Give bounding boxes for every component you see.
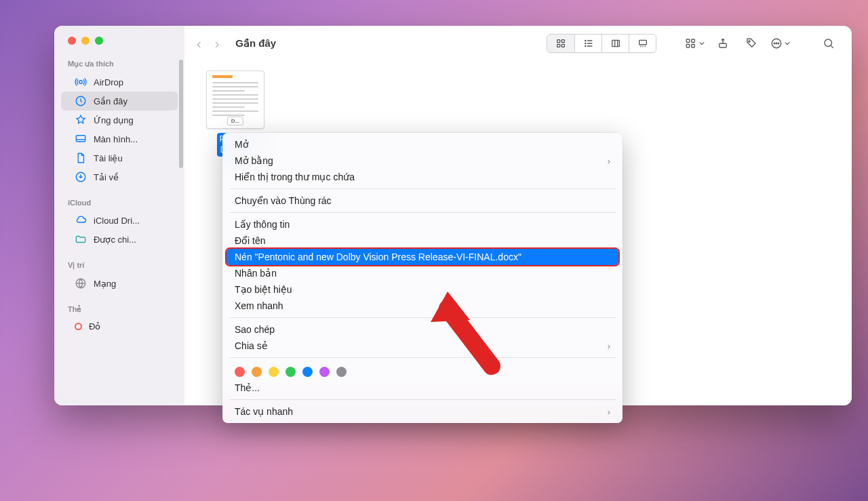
sidebar-item-label: Tài liệu: [94, 153, 123, 163]
svg-rect-2: [76, 136, 85, 142]
sidebar-item-network[interactable]: Mạng: [61, 274, 178, 293]
menu-separator: [229, 317, 616, 318]
svg-rect-16: [691, 39, 694, 43]
tag-color-purple[interactable]: [319, 367, 330, 377]
sidebar-item-label: Ứng dụng: [94, 115, 134, 125]
sidebar: Mục ưa thích AirDrop Gần đây Ứng dụng Mà…: [54, 26, 184, 405]
back-button[interactable]: ‹: [197, 36, 201, 52]
tag-red-icon: [75, 323, 82, 330]
menu-share[interactable]: Chia sẻ›: [222, 338, 623, 354]
download-icon: [75, 171, 87, 183]
tag-color-orange[interactable]: [252, 367, 262, 377]
tag-color-gray[interactable]: [336, 367, 347, 377]
menu-separator: [229, 188, 616, 189]
network-icon: [75, 277, 87, 289]
sidebar-item-label: Gần đây: [94, 96, 127, 106]
list-view-button[interactable]: [574, 35, 601, 52]
menu-get-info[interactable]: Lấy thông tin: [222, 216, 623, 233]
sidebar-item-tag-red[interactable]: Đỏ: [61, 318, 178, 335]
close-window-button[interactable]: [68, 37, 76, 45]
menu-show-in-folder[interactable]: Hiển thị trong thư mục chứa: [222, 169, 623, 185]
chevron-down-icon: [699, 41, 705, 46]
sidebar-item-label: Mạng: [94, 279, 116, 289]
toolbar: ‹ › Gần đây: [184, 26, 852, 61]
sidebar-section-locations-title: Vị trí: [54, 258, 184, 274]
nav-arrows: ‹ ›: [197, 36, 219, 52]
menu-quick-look[interactable]: Xem nhanh: [222, 298, 623, 314]
menu-separator: [229, 212, 616, 213]
sidebar-item-label: AirDrop: [94, 77, 123, 87]
sidebar-section-icloud-title: iCloud: [54, 196, 184, 211]
tags-button[interactable]: [741, 35, 762, 52]
menu-make-alias[interactable]: Tạo biệt hiệu: [222, 281, 623, 298]
shared-folder-icon: [75, 233, 87, 245]
tag-color-red[interactable]: [235, 367, 245, 377]
svg-point-22: [776, 43, 777, 44]
chevron-right-icon: ›: [608, 341, 610, 351]
chevron-right-icon: ›: [608, 156, 610, 166]
minimize-window-button[interactable]: [81, 37, 90, 45]
svg-point-11: [585, 45, 585, 46]
sidebar-scrollbar[interactable]: [179, 60, 183, 168]
svg-rect-17: [691, 45, 694, 48]
sidebar-item-icloud-drive[interactable]: iCloud Dri...: [61, 211, 178, 230]
sidebar-item-airdrop[interactable]: AirDrop: [61, 73, 178, 92]
desktop-icon: [75, 133, 87, 145]
window-controls: [54, 37, 184, 57]
sidebar-section-favorites-title: Mục ưa thích: [54, 57, 184, 73]
menu-open-with[interactable]: Mở bằng›: [222, 153, 623, 169]
menu-copy[interactable]: Sao chép: [222, 321, 623, 338]
sidebar-item-applications[interactable]: Ứng dụng: [61, 111, 178, 129]
svg-point-21: [774, 43, 775, 44]
sidebar-item-recents[interactable]: Gần đây: [61, 92, 178, 111]
menu-move-to-trash[interactable]: Chuyển vào Thùng rác: [222, 193, 623, 209]
svg-point-0: [79, 81, 83, 84]
chevron-down-icon: [785, 41, 790, 46]
file-thumbnail: D...: [206, 71, 264, 129]
svg-rect-15: [686, 45, 690, 48]
sidebar-item-desktop[interactable]: Màn hình...: [61, 129, 178, 148]
share-button[interactable]: [712, 35, 734, 52]
search-button[interactable]: [818, 35, 840, 52]
sidebar-item-label: iCloud Dri...: [94, 216, 140, 226]
menu-separator: [229, 399, 616, 400]
svg-rect-14: [686, 39, 690, 43]
menu-open[interactable]: Mở: [222, 136, 623, 153]
svg-point-24: [825, 39, 832, 47]
sidebar-item-label: Màn hình...: [94, 134, 138, 144]
sidebar-item-documents[interactable]: Tài liệu: [61, 148, 178, 167]
tag-color-yellow[interactable]: [269, 367, 279, 377]
menu-rename[interactable]: Đổi tên: [222, 233, 623, 249]
forward-button[interactable]: ›: [215, 36, 220, 52]
airdrop-icon: [75, 76, 87, 88]
svg-rect-18: [719, 43, 727, 47]
gallery-view-button[interactable]: [629, 35, 656, 52]
menu-tags[interactable]: Thẻ...: [222, 380, 623, 396]
tag-color-blue[interactable]: [302, 367, 313, 377]
sidebar-section-tags-title: Thẻ: [54, 302, 184, 318]
svg-rect-7: [557, 44, 560, 47]
menu-duplicate[interactable]: Nhân bản: [222, 265, 623, 281]
chevron-right-icon: ›: [608, 407, 610, 417]
icon-view-button[interactable]: [547, 35, 574, 52]
svg-rect-12: [612, 40, 619, 46]
fullscreen-window-button[interactable]: [95, 37, 103, 45]
sidebar-item-downloads[interactable]: Tải về: [61, 167, 178, 186]
sidebar-item-label: Được chi...: [94, 235, 136, 245]
svg-point-10: [585, 43, 585, 43]
sidebar-item-label: Đỏ: [89, 321, 100, 332]
group-by-button[interactable]: [684, 35, 705, 52]
svg-rect-13: [639, 40, 646, 45]
menu-separator: [229, 357, 616, 358]
tag-color-picker: [222, 361, 623, 380]
location-title: Gần đây: [235, 37, 276, 49]
menu-quick-actions[interactable]: Tác vụ nhanh›: [222, 403, 623, 420]
context-menu: Mở Mở bằng› Hiển thị trong thư mục chứa …: [222, 133, 623, 423]
action-menu-button[interactable]: [769, 35, 791, 52]
sidebar-item-shared[interactable]: Được chi...: [61, 230, 178, 249]
svg-rect-8: [561, 44, 564, 47]
tag-color-green[interactable]: [285, 367, 296, 377]
clock-icon: [75, 95, 87, 107]
column-view-button[interactable]: [601, 35, 629, 52]
menu-compress[interactable]: Nén "Pentonic and new Dolby Vision Press…: [226, 249, 618, 265]
